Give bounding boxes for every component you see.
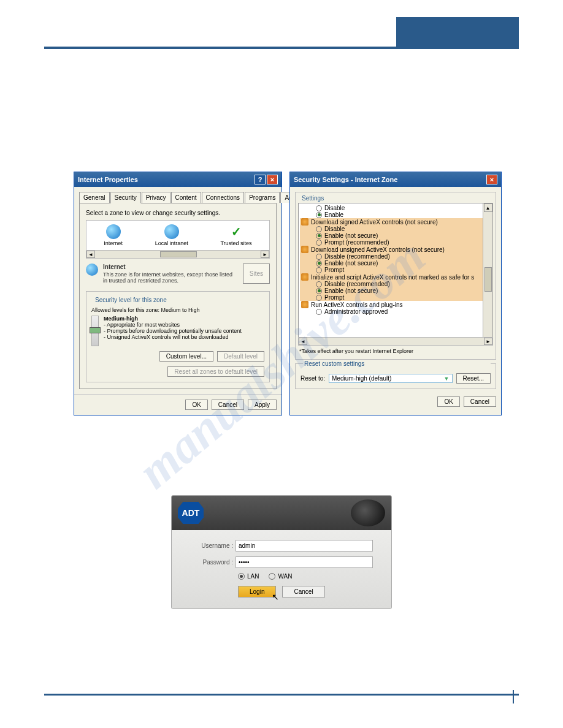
radio-icon[interactable]: [316, 205, 322, 211]
cancel-button[interactable]: Cancel: [212, 400, 244, 410]
ok-button[interactable]: OK: [185, 400, 207, 410]
page-footer-mark: [513, 690, 514, 703]
reset-legend: Reset custom settings: [303, 360, 491, 367]
globe-icon: [106, 224, 121, 239]
tab-programs[interactable]: Programs: [245, 192, 280, 203]
titlebar[interactable]: Security Settings - Internet Zone ×: [290, 172, 501, 187]
tree-option[interactable]: Prompt: [300, 267, 491, 273]
tab-strip: GeneralSecurityPrivacyContentConnections…: [79, 192, 277, 203]
radio-icon[interactable]: [316, 309, 322, 315]
login-button[interactable]: Login ↖: [238, 586, 276, 597]
tab-connections[interactable]: Connections: [202, 192, 245, 203]
sites-button[interactable]: Sites: [243, 264, 270, 284]
gear-icon: [301, 301, 308, 308]
tree-option[interactable]: Disable: [300, 226, 491, 232]
internet-properties-dialog: Internet Properties ? × GeneralSecurityP…: [74, 172, 282, 415]
default-level-button[interactable]: Default level: [217, 351, 264, 362]
tree-group[interactable]: Run ActiveX controls and plug-ins: [300, 301, 491, 308]
password-label: Password :: [190, 559, 233, 566]
radio-icon[interactable]: [316, 281, 322, 287]
username-label: Username :: [190, 542, 233, 549]
wan-radio[interactable]: WAN: [269, 573, 292, 580]
tab-content[interactable]: Content: [171, 192, 201, 203]
username-input[interactable]: [236, 540, 373, 552]
restart-note: *Takes effect after you restart Internet…: [298, 346, 493, 357]
scroll-right-icon[interactable]: ►: [484, 338, 492, 345]
help-icon[interactable]: ?: [255, 175, 266, 184]
globe-icon: [86, 264, 98, 276]
zone-internet[interactable]: Internet: [104, 224, 123, 246]
tree-option[interactable]: Disable (recommended): [300, 253, 491, 260]
gear-icon: [301, 218, 308, 226]
zone-trusted-sites[interactable]: ✓Trusted sites: [220, 224, 251, 246]
settings-tree[interactable]: DisableEnableDownload signed ActiveX con…: [298, 203, 493, 338]
page-header: [44, 18, 519, 49]
radio-icon[interactable]: [316, 226, 322, 232]
tree-option[interactable]: Prompt: [300, 294, 491, 301]
tab-security[interactable]: Security: [110, 192, 141, 203]
scroll-thumb[interactable]: [160, 251, 197, 257]
window-title: Security Settings - Internet Zone: [294, 176, 397, 183]
zones-list[interactable]: InternetLocal intranet✓Trusted sites: [86, 220, 270, 251]
level-description: Medium-high - Appropriate for most websi…: [104, 316, 242, 346]
close-icon[interactable]: ×: [267, 175, 278, 184]
reset-zones-button[interactable]: Reset all zones to default level: [167, 366, 264, 377]
radio-icon[interactable]: [316, 295, 322, 301]
tree-option[interactable]: Administrator approved: [300, 308, 491, 315]
camera-lens-icon: [351, 499, 385, 526]
login-header: ADT: [172, 496, 391, 530]
radio-icon[interactable]: [316, 288, 322, 294]
header-color-block: [396, 17, 519, 47]
tree-option[interactable]: Enable (not secure): [300, 260, 491, 267]
window-title: Internet Properties: [78, 176, 138, 183]
scroll-left-icon[interactable]: ◄: [299, 338, 307, 345]
scroll-thumb[interactable]: [484, 267, 492, 292]
tree-h-scrollbar[interactable]: ◄ ►: [298, 337, 493, 346]
allowed-levels-label: Allowed levels for this zone: Medium to …: [91, 307, 264, 313]
zone-local-intranet[interactable]: Local intranet: [155, 224, 188, 246]
security-level-slider[interactable]: [91, 316, 99, 346]
radio-icon[interactable]: [316, 267, 322, 273]
zones-scrollbar[interactable]: ◄ ►: [86, 250, 270, 259]
tree-group[interactable]: Download signed ActiveX controls (not se…: [300, 218, 491, 226]
scroll-right-icon[interactable]: ►: [261, 251, 269, 258]
lan-radio[interactable]: LAN: [238, 573, 259, 580]
tree-option[interactable]: Prompt (recommended): [300, 239, 491, 246]
login-panel: ADT Username : Password : LAN WAN Login …: [171, 495, 392, 609]
tree-option[interactable]: Enable (not secure): [300, 232, 491, 239]
custom-level-button[interactable]: Custom level...: [159, 351, 213, 362]
tree-option[interactable]: Enable (not secure): [300, 287, 491, 294]
cancel-button[interactable]: Cancel: [464, 396, 496, 407]
gear-icon: [301, 246, 308, 253]
tab-privacy[interactable]: Privacy: [142, 192, 170, 203]
security-level-legend: Security level for this zone: [94, 297, 168, 303]
reset-button[interactable]: Reset...: [456, 373, 491, 384]
radio-icon[interactable]: [316, 260, 322, 267]
radio-icon[interactable]: [316, 254, 322, 260]
tree-option[interactable]: Disable: [300, 205, 491, 211]
close-icon[interactable]: ×: [486, 175, 497, 184]
scroll-left-icon[interactable]: ◄: [86, 251, 95, 258]
apply-button[interactable]: Apply: [248, 400, 277, 410]
ok-button[interactable]: OK: [437, 396, 459, 407]
radio-icon[interactable]: [316, 212, 322, 218]
titlebar[interactable]: Internet Properties ? ×: [74, 172, 282, 187]
tree-scrollbar[interactable]: ▲: [483, 203, 492, 337]
tree-group[interactable]: Initialize and script ActiveX controls n…: [300, 273, 491, 281]
globe-icon: [164, 224, 179, 239]
radio-icon[interactable]: [316, 240, 322, 246]
cursor-hand-icon: ↖: [272, 592, 279, 602]
tree-option[interactable]: Disable (recommended): [300, 281, 491, 287]
tab-general[interactable]: General: [79, 192, 110, 203]
tree-group[interactable]: Download unsigned ActiveX controls (not …: [300, 246, 491, 253]
password-input[interactable]: [236, 556, 373, 568]
cancel-button[interactable]: Cancel: [282, 586, 324, 597]
reset-to-label: Reset to:: [301, 375, 325, 382]
tree-option[interactable]: Enable: [300, 211, 491, 218]
chevron-down-icon: ▼: [444, 376, 450, 382]
radio-icon[interactable]: [316, 233, 322, 239]
reset-to-select[interactable]: Medium-high (default) ▼: [329, 374, 453, 383]
adt-logo-icon: ADT: [178, 502, 204, 524]
gear-icon: [301, 273, 308, 281]
scroll-up-icon[interactable]: ▲: [484, 203, 492, 212]
